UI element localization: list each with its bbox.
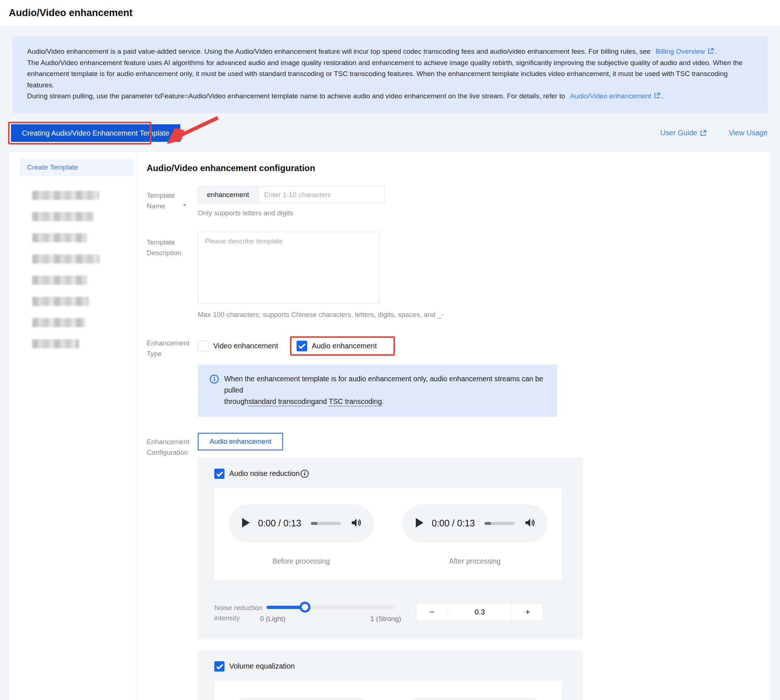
audio-noise-reduction-header: Audio noise reduction	[214, 468, 583, 479]
sidebar-item-create-template[interactable]: Create Template	[20, 158, 133, 176]
video-enhancement-checkbox[interactable]	[198, 341, 209, 351]
page-body: Audio/Video enhancement is a paid value-…	[0, 26, 780, 700]
enhancement-configuration-row: Enhancement Configuration Audio enhancem…	[147, 433, 756, 700]
audio-enhancement-label[interactable]: Audio enhancement	[312, 342, 377, 350]
volume-icon[interactable]	[524, 517, 535, 530]
stepper-value[interactable]: 0.3	[448, 603, 512, 621]
toolbar: Creating Audio/Video Enhancement Templat…	[11, 124, 768, 142]
info-icon	[210, 374, 219, 407]
annotation-red-box: Audio enhancement	[290, 336, 395, 356]
toolbar-links: User Guide View Usage	[660, 129, 768, 137]
before-processing-label: Before processing	[272, 557, 330, 565]
volume-equalization-section: Volume equalization 0:00 / 0:08 B	[198, 650, 583, 700]
stepper-minus-button[interactable]: −	[416, 603, 448, 621]
alert-text: When the enhancement template is for aud…	[224, 373, 547, 407]
template-list-item-blurred[interactable]	[32, 318, 85, 327]
player-time: 0:00 / 0:13	[258, 518, 301, 528]
template-list	[10, 191, 136, 348]
template-name-label: Template Name*	[147, 187, 198, 211]
template-list-item-blurred[interactable]	[32, 233, 87, 242]
template-name-row: Template Name* enhancement Only supports…	[147, 187, 756, 217]
enhancement-configuration-label: Enhancement Configuration	[147, 433, 198, 458]
page-header: Audio/Video enhancement	[0, 0, 780, 26]
template-description-label: Template Description	[147, 232, 198, 258]
volume-equalization-header: Volume equalization	[214, 661, 583, 672]
template-description-helper: Max 100 characters; supports Chinese cha…	[198, 311, 756, 319]
slider-handle[interactable]	[299, 602, 311, 613]
audio-noise-reduction-section: Audio noise reduction 0:00 / 0:13	[198, 458, 583, 639]
user-guide-link[interactable]: User Guide	[660, 129, 707, 137]
enhancement-config-form: Audio/Video enhancement configuration Te…	[136, 152, 770, 700]
external-link-icon	[700, 129, 707, 136]
audio-noise-reduction-checkbox[interactable]	[214, 468, 224, 479]
info-icon[interactable]	[300, 469, 309, 478]
creating-enhancement-template-button[interactable]: Creating Audio/Video Enhancement Templat…	[11, 124, 180, 142]
play-icon[interactable]	[415, 518, 424, 529]
view-usage-link[interactable]: View Usage	[729, 129, 768, 137]
content-panel: Create Template Audio/Video enhancement …	[10, 152, 770, 700]
create-template-button-wrap: Creating Audio/Video Enhancement Templat…	[11, 124, 180, 142]
info-banner: Audio/Video enhancement is a paid value-…	[12, 37, 768, 113]
template-list-item-blurred[interactable]	[32, 297, 89, 306]
video-enhancement-label[interactable]: Video enhancement	[213, 342, 278, 350]
volume-icon[interactable]	[350, 517, 361, 530]
volume-equalization-checkbox[interactable]	[214, 661, 224, 672]
enhancement-type-label: Enhancement Type	[147, 334, 198, 359]
player-time: 0:00 / 0:13	[432, 518, 475, 528]
audio-enhancement-checkbox[interactable]	[297, 341, 307, 351]
slider-min-label: 0 (Light)	[260, 615, 286, 623]
form-heading: Audio/Video enhancement configuration	[147, 163, 756, 173]
banner-line-2: The Audio/Video enhancement feature uses…	[27, 57, 753, 91]
audio-player-after[interactable]: 0:00 / 0:13	[403, 505, 548, 542]
template-sidebar: Create Template	[10, 152, 136, 700]
noise-intensity-stepper: − 0.3 +	[416, 603, 544, 621]
noise-intensity-slider-row: Noise reduction intensity 0 (Light) 1 (S…	[214, 600, 583, 623]
noise-intensity-label: Noise reduction intensity	[214, 600, 267, 623]
noise-reduction-players-card: 0:00 / 0:13 Before processing 0:00 / 0:1…	[214, 488, 562, 580]
template-description-row: Template Description Max 100 characters;…	[147, 232, 756, 319]
template-name-helper: Only supports letters and digits	[198, 209, 756, 217]
tab-audio-enhancement[interactable]: Audio enhancement	[198, 433, 283, 450]
template-list-item-blurred[interactable]	[32, 191, 99, 200]
play-icon[interactable]	[241, 518, 250, 529]
standard-transcoding-term[interactable]: standard transcoding	[248, 397, 315, 407]
billing-overview-link[interactable]: Billing Overview	[655, 48, 705, 55]
required-asterisk: *	[183, 202, 186, 210]
enhancement-type-options: Video enhancement Audio enhancement	[198, 334, 756, 356]
template-name-input[interactable]	[258, 187, 385, 203]
template-list-item-blurred[interactable]	[32, 212, 94, 221]
audio-player-after[interactable]: 0:00 / 0:08	[403, 697, 548, 700]
volume-equalization-players-card: 0:00 / 0:08 Before processing 0:00 / 0:0…	[214, 681, 562, 700]
player-seekbar[interactable]	[484, 522, 514, 525]
enhancement-type-row: Enhancement Type Video enhancement Audio…	[147, 334, 756, 417]
audio-video-enhancement-link[interactable]: Audio/Video enhancement	[570, 92, 651, 100]
noise-intensity-slider[interactable]	[267, 606, 394, 609]
template-name-group: enhancement	[198, 187, 756, 203]
tsc-transcoding-term[interactable]: TSC transcoding	[329, 397, 382, 407]
external-link-icon[interactable]	[707, 48, 714, 55]
audio-player-before[interactable]: 0:00 / 0:13	[229, 505, 374, 542]
audio-noise-reduction-title[interactable]: Audio noise reduction	[229, 469, 299, 478]
template-list-item-blurred[interactable]	[32, 276, 87, 285]
banner-line-1: Audio/Video enhancement is a paid value-…	[27, 46, 753, 57]
stepper-plus-button[interactable]: +	[512, 603, 543, 621]
external-link-icon[interactable]	[653, 92, 660, 99]
banner-line-3: During stream pulling, use the parameter…	[27, 91, 753, 102]
template-list-item-blurred[interactable]	[32, 254, 99, 263]
after-processing-label: After processing	[449, 557, 501, 565]
audio-only-info-alert: When the enhancement template is for aud…	[198, 365, 557, 417]
audio-player-before[interactable]: 0:00 / 0:08	[229, 697, 374, 700]
player-seekbar[interactable]	[311, 522, 341, 525]
template-list-item-blurred[interactable]	[32, 339, 79, 348]
template-description-textarea[interactable]	[198, 232, 379, 303]
template-name-prefix: enhancement	[198, 187, 258, 203]
page-title: Audio/Video enhancement	[9, 7, 133, 18]
slider-max-label: 1 (Strong)	[371, 615, 401, 623]
volume-equalization-title[interactable]: Volume equalization	[229, 662, 295, 670]
